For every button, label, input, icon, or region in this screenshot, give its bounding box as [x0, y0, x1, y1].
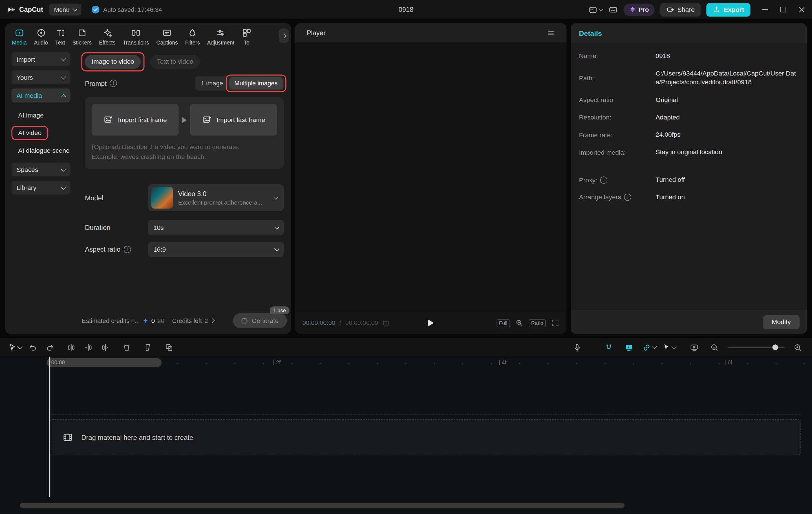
sidebar-item-library[interactable]: Library [11, 181, 70, 195]
split-icon[interactable] [64, 340, 78, 355]
share-label: Share [677, 6, 695, 13]
sidebar-item-ai-video[interactable]: AI video [11, 124, 76, 142]
cursor-mode-icon[interactable] [662, 340, 676, 355]
full-preview-button[interactable]: Full [496, 319, 510, 327]
zoom-slider-handle[interactable] [773, 344, 778, 350]
duration-value: 10s [153, 224, 164, 231]
info-icon[interactable] [624, 194, 632, 201]
text-to-video-button[interactable]: Text to video [150, 55, 200, 69]
tab-text[interactable]: Text [55, 28, 65, 46]
sidebar-label: AI video [18, 129, 41, 137]
trim-left-icon[interactable] [81, 340, 95, 355]
chevron-down-icon [61, 166, 66, 171]
tab-captions[interactable]: Captions [156, 28, 178, 46]
pro-badge[interactable]: Pro [624, 3, 655, 16]
aspect-ratio-value: 16:9 [153, 246, 166, 253]
mask-icon[interactable] [141, 340, 155, 355]
zoom-out-icon[interactable] [707, 340, 722, 355]
preview-axis-icon[interactable] [687, 340, 701, 355]
zoom-fit-icon[interactable] [515, 319, 523, 327]
import-last-frame-button[interactable]: Import last frame [190, 104, 277, 135]
maximize-icon[interactable] [780, 7, 786, 12]
tab-transitions[interactable]: Transitions [123, 28, 149, 46]
player-menu-icon[interactable] [547, 29, 555, 37]
sidebar-item-spaces[interactable]: Spaces [11, 162, 70, 177]
main-track-magnet-icon[interactable] [602, 340, 616, 355]
sidebar-item-yours[interactable]: Yours [11, 70, 70, 85]
image-to-video-button[interactable]: Image to video [85, 55, 141, 69]
track-start-line [47, 357, 47, 500]
sidebar-label: Spaces [17, 166, 38, 173]
chevron-down-icon [598, 6, 603, 11]
prompt-label-row: Prompt [85, 80, 117, 87]
info-icon[interactable] [110, 80, 117, 87]
detail-label: Frame rate: [579, 131, 656, 140]
timeline-dropzone[interactable]: Drag material here and start to create [50, 419, 801, 456]
captions-icon [162, 28, 172, 38]
play-button[interactable] [428, 319, 434, 327]
export-icon [713, 6, 721, 13]
modify-button[interactable]: Modify [763, 315, 800, 329]
one-image-button[interactable]: 1 image [196, 77, 228, 90]
detail-label: Proxy: [579, 176, 597, 184]
export-button[interactable]: Export [706, 3, 750, 16]
prompt-input-area[interactable]: Import first frame Import last frame (Op… [85, 97, 284, 169]
detail-row-path: Path: C:/Users/93444/AppData/Local/CapCu… [579, 69, 799, 87]
trim-right-icon[interactable] [98, 340, 113, 355]
share-icon [667, 6, 674, 13]
ratio-button[interactable]: Ratio [529, 319, 546, 327]
tab-effects[interactable]: Effects [99, 28, 116, 46]
minimize-icon[interactable] [762, 9, 768, 10]
info-icon[interactable] [601, 176, 608, 184]
menu-button[interactable]: Menu [49, 4, 82, 16]
details-footer: Modify [571, 310, 807, 334]
tab-templates[interactable]: Te [242, 28, 252, 46]
dropzone-hint: Drag material here and start to create [81, 433, 193, 441]
redo-icon[interactable] [43, 340, 57, 355]
aspect-ratio-select[interactable]: 16:9 [148, 242, 284, 257]
capcut-app-window: CapCut Menu Auto saved: 17:46:34 0918 [0, 0, 812, 514]
tab-label: Adjustment [207, 39, 234, 46]
close-icon[interactable] [799, 6, 805, 13]
sidebar-item-ai-dialogue-scene[interactable]: AI dialogue scene [11, 142, 76, 159]
tab-filters[interactable]: Filters [185, 28, 200, 46]
image-plus-icon [202, 115, 212, 125]
multiple-images-button[interactable]: Multiple images [229, 77, 283, 90]
auto-snapping-icon[interactable] [622, 340, 636, 355]
detail-label: Imported media: [579, 148, 656, 157]
tab-adjustment[interactable]: Adjustment [207, 28, 234, 46]
linking-icon[interactable] [642, 340, 656, 355]
duration-select[interactable]: 10s [148, 220, 284, 235]
sidebar-item-ai-image[interactable]: AI image [11, 107, 76, 124]
tabs-overflow-button[interactable] [279, 28, 289, 43]
timeline-ruler[interactable]: 00:00 2f 4f 6f [0, 357, 812, 368]
tab-stickers[interactable]: Stickers [72, 28, 92, 46]
autosave-status: Auto saved: 17:46:34 [92, 6, 162, 13]
media-sidebar: Import Yours AI media AI image AI video [5, 48, 81, 334]
tab-media[interactable]: Media [12, 28, 27, 46]
model-select[interactable]: Video 3.0 Excellent prompt adherence a..… [148, 184, 284, 211]
chevron-down-icon [61, 184, 66, 189]
fullscreen-icon[interactable] [551, 319, 559, 327]
sidebar-item-ai-media[interactable]: AI media [11, 89, 70, 102]
tab-audio[interactable]: Audio [34, 28, 48, 46]
frame-view-icon[interactable] [382, 319, 390, 327]
delete-icon[interactable] [120, 340, 134, 355]
zoom-in-icon[interactable] [791, 340, 805, 355]
shortcut-panel-button[interactable] [608, 5, 618, 14]
layout-preset-button[interactable] [588, 5, 603, 14]
timeline-scrollbar[interactable] [20, 503, 625, 508]
generate-button[interactable]: Generate 1 use [233, 313, 287, 328]
record-voiceover-icon[interactable] [570, 340, 584, 355]
import-first-frame-button[interactable]: Import first frame [92, 104, 179, 135]
timeline-zoom-slider[interactable] [728, 346, 785, 348]
overlay-icon[interactable] [162, 340, 176, 355]
undo-icon[interactable] [26, 340, 40, 355]
share-button[interactable]: Share [660, 3, 701, 16]
credits-left-link[interactable]: Credits left 2 [172, 317, 214, 324]
details-rows: Name: 0918 Path: C:/Users/93444/AppData/… [571, 43, 807, 202]
info-icon[interactable] [123, 246, 131, 253]
sidebar-item-import[interactable]: Import [11, 53, 70, 66]
tab-label: Te [243, 39, 249, 46]
select-tool-button[interactable] [7, 340, 23, 355]
